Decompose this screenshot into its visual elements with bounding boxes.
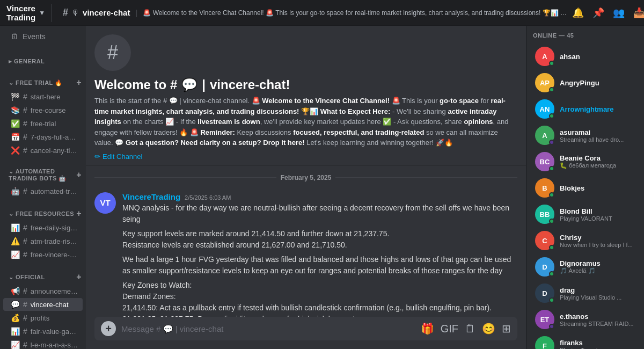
section-resources-header[interactable]: ⌄ FREE RESOURCES + — [0, 207, 86, 221]
channel-item-daily-signal[interactable]: 📊 # free-daily-signal — [3, 221, 83, 234]
section-bots-plus[interactable]: + — [76, 170, 82, 180]
status-dot — [549, 113, 554, 119]
channel-hash: # — [23, 92, 27, 101]
gift-icon[interactable]: 🎁 — [421, 322, 434, 335]
user-name: drag — [560, 286, 635, 294]
channel-item-announcements[interactable]: 📢 # announcements — [3, 285, 83, 297]
message-text: MNQ analysis - for the day way we are ne… — [122, 202, 517, 317]
online-user-e-thanos[interactable]: ET e.thanos Streaming STREAM RAID... — [529, 307, 642, 332]
topbar-divider: | — [135, 8, 137, 17]
events-item[interactable]: 🗓 Events — [3, 28, 83, 45]
online-user-firanks[interactable]: F firanks Playing Terraria — [529, 333, 642, 349]
topbar-topic: 🚨 Welcome to the Vincere Chat Channel! 🚨… — [143, 9, 568, 17]
section-resources-plus[interactable]: + — [76, 209, 82, 219]
avatar-initials: F — [543, 342, 547, 350]
user-details: Dignoramus 🎵 Axcelä 🎵 — [560, 259, 635, 274]
channel-item-lemana[interactable]: 📈 # l-e-m-a-n-a-strate... — [3, 338, 83, 349]
section-bots: ⌄ AUTOMATED TRADING BOTS 🤖 + 🤖 # automat… — [0, 166, 86, 198]
channel-hash: # — [23, 287, 27, 295]
user-activity: 🐛 бе6бал мелагода — [560, 162, 635, 169]
channel-item-vincere-chat[interactable]: 💬 # vincere-chat — [3, 298, 83, 311]
status-dot — [549, 87, 554, 92]
channel-item-free-trial[interactable]: ✅ # free-trial — [3, 117, 83, 130]
gif-icon[interactable]: GIF — [441, 323, 458, 335]
online-panel: ONLINE — 45 A ahsan AP AngryPingu AN — [526, 26, 644, 349]
channel-icon: 📅 — [11, 133, 20, 141]
user-details: Arrownightmare — [560, 105, 635, 113]
channel-title-emoji: 💬 — [181, 77, 197, 92]
messages-container[interactable]: February 5, 2025 VT VincereTrading 2/5/2… — [86, 165, 526, 317]
user-avatar: AN — [535, 99, 554, 119]
channel-header: # Welcome to # 💬 | vincere-chat! This is… — [86, 26, 526, 165]
online-user-blokjes[interactable]: B Blokjes — [529, 175, 642, 201]
online-user-beanie-cora[interactable]: BC Beanie Cora 🐛 бе6бал мелагода — [529, 149, 642, 174]
section-free-trial-label: ⌄ FREE TRIAL 🔥 — [9, 79, 63, 86]
add-attachment-button[interactable]: + — [101, 321, 116, 336]
channel-icon: 💰 — [11, 314, 20, 322]
avatar-initials: AP — [540, 79, 550, 87]
user-activity: Now when I try to sleep I f... — [560, 242, 635, 248]
message-input[interactable] — [121, 324, 415, 333]
channel-hash: # — [23, 300, 27, 309]
channel-name-label: fair-value-gap-stra... — [31, 328, 78, 336]
channel-item-7days[interactable]: 📅 # 7-days-full-access — [3, 130, 83, 143]
message-row: VT VincereTrading 2/5/2025 6:03 AM MNQ a… — [94, 190, 517, 317]
channel-item-bots[interactable]: 🤖 # automated-trading-... — [3, 185, 83, 198]
channel-item-cancel[interactable]: ❌ # cancel-any-time — [3, 144, 83, 157]
message-time: 2/5/2025 6:03 AM — [185, 194, 231, 201]
members-icon[interactable]: 👥 — [613, 7, 625, 19]
channel-item-start-here[interactable]: 🏁 # start-here — [3, 90, 83, 103]
section-general-label: ▸ general — [9, 58, 45, 65]
online-user-ahsan[interactable]: A ahsan — [529, 43, 642, 69]
channel-hash: # — [23, 106, 27, 114]
channel-hash: # — [23, 327, 27, 336]
channel-item-profits[interactable]: 💰 # profits — [3, 311, 83, 324]
topbar-mic-icon: 🎙 — [71, 8, 79, 17]
user-details: Chrisy Now when I try to sleep I f... — [560, 234, 635, 248]
section-bots-header[interactable]: ⌄ AUTOMATED TRADING BOTS 🤖 + — [0, 166, 86, 184]
channel-name-label: free-trial — [31, 120, 56, 128]
status-dot — [549, 192, 554, 198]
channel-icon: 🤖 — [11, 187, 20, 195]
channel-item-free-vincere[interactable]: 📈 # free-vincere-tradi... — [3, 248, 83, 261]
emoji-icon[interactable]: 😊 — [482, 322, 495, 335]
avatar-initials: D — [542, 289, 547, 297]
user-details: AngryPingu — [560, 79, 635, 87]
channel-name-label: free-daily-signal — [31, 224, 78, 232]
online-user-arrownightmare[interactable]: AN Arrownightmare — [529, 96, 642, 122]
online-user-chrisy[interactable]: C Chrisy Now when I try to sleep I f... — [529, 228, 642, 253]
hash-icon: # — [63, 7, 68, 18]
channel-item-fvg[interactable]: 📊 # fair-value-gap-stra... — [3, 325, 83, 338]
online-user-drag[interactable]: D drag Playing Visual Studio ... — [529, 280, 642, 306]
section-free-trial-header[interactable]: ⌄ FREE TRIAL 🔥 + — [0, 76, 86, 90]
online-user-dignoramus[interactable]: D Dignoramus 🎵 Axcelä 🎵 — [529, 254, 642, 280]
user-avatar: B — [535, 178, 554, 198]
avatar-initials: ET — [540, 316, 550, 324]
message-input-box: + 🎁 GIF 🗒 😊 ⊞ — [94, 317, 517, 340]
channel-name-label: profits — [31, 314, 49, 322]
online-user-asuramai[interactable]: A asuramai Streaming all have dro... — [529, 122, 642, 148]
bell-icon[interactable]: 🔔 — [572, 7, 584, 19]
user-activity: Streaming all have dro... — [560, 136, 635, 143]
online-user-angrypingu[interactable]: AP AngryPingu — [529, 70, 642, 96]
section-general-header[interactable]: ▸ general — [0, 56, 86, 67]
online-user-blond-bill[interactable]: BB Blond Bill Playing VALORANT — [529, 201, 642, 227]
pin-icon[interactable]: 📌 — [592, 7, 604, 19]
message-header: VincereTrading 2/5/2025 6:03 AM — [122, 192, 517, 201]
section-official-plus[interactable]: + — [76, 272, 82, 282]
edit-channel-button[interactable]: ✏ Edit Channel — [94, 152, 142, 161]
sticker-icon[interactable]: 🗒 — [465, 323, 475, 335]
channel-icon: 📈 — [11, 340, 20, 349]
avatar-initials: BB — [540, 210, 550, 219]
server-name[interactable]: Vincere Trading ▼ — [6, 4, 52, 22]
inbox-icon[interactable]: 📥 — [633, 7, 644, 19]
channel-item-atm-risk[interactable]: ⚠️ # atm-trade-risk-cal... — [3, 235, 83, 248]
user-activity: Playing VALORANT — [560, 215, 635, 222]
apps-icon[interactable]: ⊞ — [502, 322, 511, 335]
channel-item-free-course[interactable]: 📚 # free-course — [3, 104, 83, 117]
user-details: asuramai Streaming all have dro... — [560, 128, 635, 143]
channel-name-label: automated-trading-... — [31, 187, 78, 195]
channel-hash: # — [23, 133, 27, 141]
section-free-trial-plus[interactable]: + — [76, 78, 82, 88]
section-official-header[interactable]: ⌄ OFFICIAL + — [0, 270, 86, 284]
